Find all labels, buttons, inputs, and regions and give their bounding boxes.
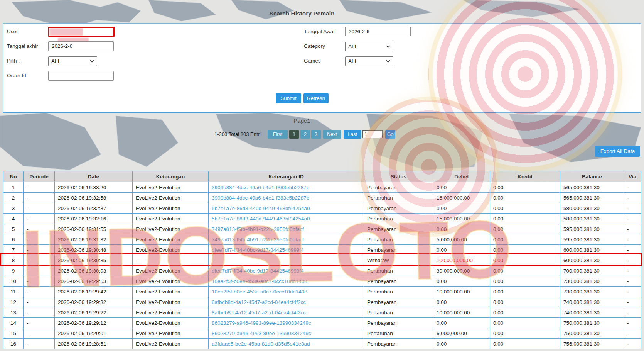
refresh-button[interactable]: Refresh [303, 93, 329, 103]
cell-periode: - [24, 224, 55, 234]
cell-date: 2026-02-06 19:32:16 [55, 214, 133, 224]
cell-via: - [624, 276, 641, 287]
table-row: 8-2026-02-06 19:30:35--Withdraw100,000,0… [3, 255, 641, 266]
cell-kredit: 0.00 [490, 255, 560, 266]
tanggal-awal-input[interactable] [345, 27, 411, 36]
cell-keterangan-id[interactable]: 8afbdb8d-4a12-45d7-a2cd-04ea4cf4f2cc [209, 297, 364, 307]
cell-balance: 600,000,381.30 [560, 255, 624, 266]
cell-date: 2026-02-06 19:28:51 [55, 339, 133, 349]
cell-periode: - [24, 182, 55, 193]
cell-keterangan-id[interactable]: dfee7df7-ff34-40bc-9d17-8442546999f4 [209, 266, 364, 276]
cell-keterangan: EvoLive2-Evolution [133, 307, 209, 318]
cell-keterangan-id[interactable]: 7497a013-f5fb-4b91-b22b-3950fd0bfacf [209, 234, 364, 245]
page-title: Search History Pemain [0, 10, 604, 17]
tanggal-akhir-input[interactable] [48, 41, 114, 51]
games-label: Games [304, 58, 321, 64]
cell-date: 2026-02-06 19:29:42 [55, 287, 133, 297]
table-row: 10-2026-02-06 19:29:53EvoLive2-Evolution… [3, 276, 641, 287]
cell-balance: 740,000,381.30 [560, 297, 624, 307]
cell-keterangan: EvoLive2-Evolution [133, 318, 209, 328]
cell-keterangan-id[interactable]: 3909b884-4dcc-49a6-b4e1-f383e5b2287e [209, 193, 364, 203]
cell-balance: 700,000,381.30 [560, 266, 624, 276]
cell-balance: 595,000,381.30 [560, 234, 624, 245]
table-row: 1-2026-02-06 19:33:20EvoLive2-Evolution3… [3, 182, 641, 193]
cell-keterangan: EvoLive2-Evolution [133, 224, 209, 234]
cell-date: 2026-02-06 19:29:12 [55, 318, 133, 328]
cell-date: 2026-02-06 19:32:58 [55, 193, 133, 203]
cell-keterangan-id[interactable]: 10ea2f5f-b0ee-453a-a0c7-0ccc10dd1408 [209, 276, 364, 287]
cell-keterangan-id[interactable]: a3fdaae5-be2e-45ba-81d0-d35d5e41e8ad [209, 339, 364, 349]
cell-date: 2026-02-06 19:30:03 [55, 266, 133, 276]
cell-date: 2026-02-06 19:33:20 [55, 182, 133, 193]
cell-periode: - [24, 214, 55, 224]
cell-kredit: 0.00 [490, 297, 560, 307]
cell-keterangan-id[interactable]: 3909b884-4dcc-49a6-b4e1-f383e5b2287e [209, 182, 364, 193]
cell-keterangan-id[interactable]: 86023279-a946-4993-89ee-13990334249c [209, 318, 364, 328]
column-header-periode: Periode [24, 171, 55, 182]
tanggal-akhir-label: Tanggal akhir [7, 43, 38, 49]
cell-no: 7 [3, 245, 24, 255]
pagination-first-button[interactable]: First [268, 130, 288, 139]
cell-keterangan-id[interactable]: 8afbdb8d-4a12-45d7-a2cd-04ea4cf4f2cc [209, 307, 364, 318]
export-all-data-button[interactable]: Export All Data [595, 146, 640, 157]
pagination-page-button-2[interactable]: 2 [300, 130, 310, 139]
cell-balance: 595,000,381.30 [560, 224, 624, 234]
table-row: 16-2026-02-06 19:28:51EvoLive2-Evolution… [3, 339, 641, 349]
tanggal-awal-label: Tanggal Awal [304, 29, 334, 34]
cell-debet: 0.00 [433, 318, 490, 328]
cell-status: Pertaruhan [364, 307, 433, 318]
cell-keterangan: - [133, 255, 209, 266]
games-select[interactable]: ALL [345, 56, 393, 66]
order-id-input[interactable] [48, 71, 114, 81]
cell-keterangan-id[interactable]: 86023279-a946-4993-89ee-13990334249c [209, 328, 364, 339]
category-select[interactable]: ALL [345, 42, 393, 51]
cell-status: Pembayaran [364, 339, 433, 349]
cell-debet: 10,000,000.00 [433, 287, 490, 297]
cell-kredit: 0.00 [490, 203, 560, 214]
cell-kredit: 0.00 [490, 307, 560, 318]
order-id-label: Order Id [7, 73, 26, 78]
cell-no: 15 [3, 328, 24, 339]
games-select-value: ALL [348, 58, 357, 64]
column-header-debet: Debet [433, 171, 490, 182]
cell-periode: - [24, 318, 55, 328]
pagination-next-button[interactable]: Next [323, 130, 341, 139]
table-row: 4-2026-02-06 19:32:16EvoLive2-Evolution5… [3, 214, 641, 224]
go-button[interactable]: Go [385, 130, 395, 139]
cell-via: - [624, 245, 641, 255]
pagination-page-button-1[interactable]: 1 [289, 130, 299, 139]
cell-kredit: 0.00 [490, 245, 560, 255]
cell-via: - [624, 318, 641, 328]
column-header-date: Date [55, 171, 133, 182]
cell-keterangan: EvoLive2-Evolution [133, 339, 209, 349]
cell-kredit: 0.00 [490, 182, 560, 193]
cell-keterangan-id[interactable]: 5b7e1a7e-86d3-440d-9449-463bf94254a0 [209, 203, 364, 214]
column-header-keterangan: Keterangan [133, 171, 209, 182]
cell-keterangan-id[interactable]: 10ea2f5f-b0ee-453a-a0c7-0ccc10dd1408 [209, 287, 364, 297]
cell-balance: 740,000,381.30 [560, 307, 624, 318]
user-input[interactable] [48, 27, 115, 37]
cell-debet: 15,000,000.00 [433, 193, 490, 203]
cell-keterangan: EvoLive2-Evolution [133, 297, 209, 307]
cell-keterangan: EvoLive2-Evolution [133, 287, 209, 297]
cell-date: 2026-02-06 19:29:22 [55, 307, 133, 318]
submit-button[interactable]: Submit [276, 93, 301, 103]
cell-periode: - [24, 276, 55, 287]
pagination-last-button[interactable]: Last [344, 130, 361, 139]
cell-keterangan: EvoLive2-Evolution [133, 193, 209, 203]
cell-keterangan-id[interactable]: 5b7e1a7e-86d3-440d-9449-463bf94254a0 [209, 214, 364, 224]
column-header-via: Via [624, 171, 641, 182]
cell-via: - [624, 297, 641, 307]
table-row: 11-2026-02-06 19:29:42EvoLive2-Evolution… [3, 287, 641, 297]
cell-keterangan-id[interactable]: 7497a013-f5fb-4b91-b22b-3950fd0bfacf [209, 224, 364, 234]
cell-status: Withdraw [364, 255, 433, 266]
pagination-page-button-3[interactable]: 3 [311, 130, 321, 139]
cell-via: - [624, 287, 641, 297]
cell-debet: 15,000,000.00 [433, 214, 490, 224]
pilih-select[interactable]: ALL [48, 56, 97, 66]
cell-periode: - [24, 328, 55, 339]
table-row: 3-2026-02-06 19:32:37EvoLive2-Evolution5… [3, 203, 641, 214]
cell-keterangan-id[interactable]: dfee7df7-ff34-40bc-9d17-8442546999f4 [209, 245, 364, 255]
cell-balance: 565,000,381.30 [560, 182, 624, 193]
goto-page-input[interactable] [362, 130, 383, 138]
